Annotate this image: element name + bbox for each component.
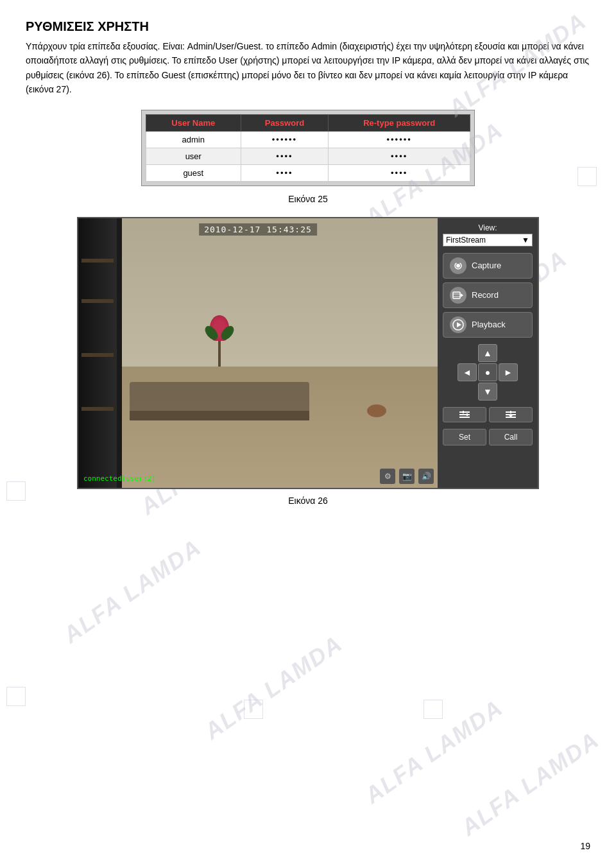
- room-scene: [78, 218, 438, 488]
- connected-info: connected(user:2): [83, 474, 156, 483]
- retype-cell: ••••: [329, 148, 470, 164]
- user-cell: admin: [146, 131, 241, 148]
- page-number: 19: [580, 841, 590, 851]
- wm-box-1: [578, 167, 597, 186]
- password-cell: ••••••: [241, 131, 329, 148]
- capture-icon: [450, 257, 466, 274]
- dropdown-arrow-icon: ▼: [522, 236, 529, 245]
- furniture-base: [130, 411, 309, 420]
- stream-value: FirstStream: [446, 236, 486, 245]
- camera-icon[interactable]: 📷: [399, 469, 415, 484]
- svg-rect-4: [453, 293, 460, 295]
- col-header-retype: Re-type password: [329, 114, 470, 131]
- col-header-username: User Name: [146, 114, 241, 131]
- table-row: guest •••• ••••: [146, 164, 470, 181]
- svg-marker-8: [457, 322, 461, 327]
- svg-marker-6: [461, 293, 463, 297]
- settings-icon[interactable]: ⚙: [380, 469, 395, 484]
- camera-controls-bottom: ⚙ 📷 🔊: [380, 469, 434, 484]
- record-button[interactable]: Record: [443, 282, 533, 308]
- pad-empty-br: [499, 383, 518, 401]
- svg-rect-5: [453, 296, 460, 297]
- plant: [207, 315, 232, 367]
- audio-icon[interactable]: 🔊: [418, 469, 434, 484]
- page-title: ΡΥΘΜΙΣΕΙΣ ΧΡΗΣΤΗ: [26, 19, 590, 34]
- pad-down-button[interactable]: ▼: [478, 383, 497, 401]
- stream-select[interactable]: FirstStream ▼: [443, 234, 533, 246]
- adjust-row: [443, 407, 533, 422]
- pad-empty-bl: [458, 383, 477, 401]
- intro-text: Υπάρχουν τρία επίπεδα εξουσίας. Είναι: A…: [26, 39, 590, 97]
- pad-center-button[interactable]: ●: [478, 363, 497, 381]
- table-row: admin •••••• ••••••: [146, 131, 470, 148]
- set-call-row: Set Call: [443, 429, 533, 445]
- pad-up-button[interactable]: ▲: [478, 344, 497, 362]
- wm-box-4: [244, 700, 263, 719]
- col-header-password: Password: [241, 114, 329, 131]
- figure-25-container: User Name Password Re-type password admi…: [26, 110, 590, 204]
- pad-empty-tl: [458, 344, 477, 362]
- capture-label: Capture: [472, 261, 501, 270]
- shelf-4: [81, 407, 114, 411]
- pad-left-button[interactable]: ◄: [458, 363, 477, 381]
- user-table: User Name Password Re-type password admi…: [146, 114, 470, 182]
- shelf-1: [81, 259, 114, 263]
- playback-button[interactable]: Playback: [443, 312, 533, 338]
- view-section: View: FirstStream ▼: [443, 223, 533, 249]
- wm-box-3: [6, 687, 26, 706]
- capture-button[interactable]: Capture: [443, 253, 533, 279]
- user-cell: guest: [146, 164, 241, 181]
- user-table-wrapper: User Name Password Re-type password admi…: [141, 110, 475, 186]
- figure-26-caption: Εικόνα 26: [26, 496, 590, 506]
- shelf-2: [81, 299, 114, 303]
- shelf-3: [81, 353, 114, 357]
- direction-pad: ▲ ◄ ● ► ▼: [458, 344, 518, 401]
- record-label: Record: [472, 290, 499, 300]
- camera-timestamp: 2010-12-17 15:43:25: [199, 223, 317, 236]
- figure-26-container: 2010-12-17 15:43:25 connected(user:2) ⚙ …: [26, 217, 590, 506]
- playback-icon: [450, 316, 466, 333]
- table-row: user •••• ••••: [146, 148, 470, 164]
- password-cell: ••••: [241, 164, 329, 181]
- svg-point-1: [456, 264, 460, 268]
- wm-box-5: [424, 700, 443, 719]
- svg-rect-3: [453, 292, 460, 298]
- wm-box-2: [6, 481, 26, 501]
- camera-ui: 2010-12-17 15:43:25 connected(user:2) ⚙ …: [77, 217, 539, 489]
- camera-feed: 2010-12-17 15:43:25 connected(user:2) ⚙ …: [78, 218, 438, 488]
- back-wall: [122, 218, 438, 367]
- user-cell: user: [146, 148, 241, 164]
- retype-cell: ••••: [329, 164, 470, 181]
- camera-right-panel: View: FirstStream ▼ Capture: [438, 218, 538, 488]
- password-cell: ••••: [241, 148, 329, 164]
- pad-right-button[interactable]: ►: [499, 363, 518, 381]
- call-button[interactable]: Call: [489, 429, 533, 445]
- record-icon: [450, 287, 466, 304]
- view-label: View:: [443, 223, 533, 232]
- set-button[interactable]: Set: [443, 429, 486, 445]
- watermark-8: ALFA LAMDA: [456, 726, 604, 841]
- watermark-6: ALFA LAMDA: [200, 630, 348, 745]
- watermark-5: ALFA LAMDA: [58, 533, 207, 648]
- pad-empty-tr: [499, 344, 518, 362]
- svg-rect-2: [456, 261, 460, 263]
- playback-label: Playback: [472, 320, 506, 329]
- adjust-icon-2[interactable]: [489, 407, 533, 422]
- figure-25-caption: Εικόνα 25: [26, 194, 590, 204]
- adjust-icon-1[interactable]: [443, 407, 486, 422]
- wall-divider: [117, 218, 122, 488]
- retype-cell: ••••••: [329, 131, 470, 148]
